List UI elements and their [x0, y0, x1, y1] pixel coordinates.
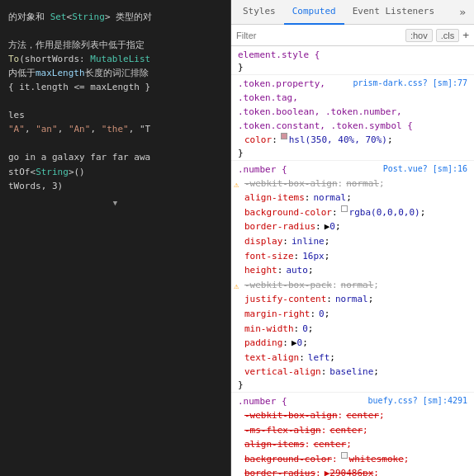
code-line: 的对象和 Set<String> 类型的对: [8, 10, 222, 24]
selector-text: .number {: [238, 164, 287, 175]
prop-label: -webkit-box-align: [244, 408, 338, 423]
filter-bar: :hov .cls +: [231, 25, 474, 46]
prop-value: 0: [319, 307, 325, 322]
prop-min-width-1: min-width : 0 ;: [231, 322, 474, 337]
close-brace: }: [231, 148, 474, 158]
devtools-tabs: Styles Computed Event Listeners »: [231, 0, 474, 25]
prop-value: rgba(0,0,0,0): [349, 205, 420, 220]
prop-value: center: [346, 408, 379, 423]
warn-icon: ⚠: [234, 280, 239, 293]
prop-value: normal: [341, 278, 374, 293]
prop-label: height: [244, 263, 277, 278]
prop-label: font-size: [244, 249, 294, 264]
prop-justify-content-1: justify-content : normal ;: [231, 292, 474, 307]
color-swatch[interactable]: [341, 452, 348, 459]
prop-height-1: height : auto ;: [231, 263, 474, 278]
prism-selector: .token.property, prism-dark.css? [sm]:77: [231, 77, 474, 91]
prop-value: normal: [313, 191, 346, 205]
close-brace: }: [231, 379, 474, 390]
prop-display-1: display : inline ;: [231, 234, 474, 249]
prism-selector2: .token.tag,: [231, 91, 474, 105]
prop-align-items-2: align-items : center ;: [231, 437, 474, 452]
number-block-1: .number { Post.vue? [sm]:16 ⚠ -webkit-bo…: [231, 161, 474, 393]
color-swatch[interactable]: [341, 205, 348, 212]
code-line: tWords, 3): [8, 179, 222, 193]
number-selector-1: .number { Post.vue? [sm]:16: [231, 163, 474, 177]
prop-webkit-box-align-1: ⚠ -webkit-box-align : normal ;: [231, 177, 474, 191]
prism-block: .token.property, prism-dark.css? [sm]:77…: [231, 75, 474, 161]
code-line: les: [8, 108, 222, 122]
open-brace: {: [315, 49, 320, 60]
selector-text: .number {: [238, 396, 287, 407]
prop-label: vertical-align: [244, 365, 321, 379]
prop-label: -ms-flex-align: [244, 423, 321, 438]
cls-button[interactable]: .cls: [436, 29, 460, 42]
prop-value: left: [308, 351, 330, 365]
prop-padding-1: padding : ▶ 0 ;: [231, 336, 474, 351]
prop-border-radius-1: border-radius : ▶ 0 ;: [231, 219, 474, 234]
tab-expand-icon[interactable]: »: [454, 4, 471, 20]
prism-selector3: .token.boolean, .token.number,: [231, 105, 474, 119]
code-line: go in a galaxy far far awa: [8, 150, 222, 164]
number-source-link-2[interactable]: buefy.css? [sm]:4291: [368, 396, 467, 405]
number-source-link-1[interactable]: Post.vue? [sm]:16: [383, 164, 467, 173]
expand-triangle[interactable]: ▶: [325, 466, 330, 476]
code-line: 方法，作用是排除列表中低于指定: [8, 38, 222, 52]
prop-background-color-1: background-color : rgba(0,0,0,0) ;: [231, 205, 474, 220]
prism-selector4: .token.constant, .token.symbol {: [231, 119, 474, 133]
prop-vertical-align-1: vertical-align : baseline ;: [231, 365, 474, 379]
code-line: { it.length <= maxLength }: [8, 80, 222, 94]
prop-value: whitesmoke: [349, 452, 404, 467]
prop-label: min-width: [244, 322, 294, 337]
prop-margin-right-1: margin-right : 0 ;: [231, 307, 474, 322]
prop-value: 0: [297, 336, 303, 351]
number-selector-2: .number { buefy.css? [sm]:4291: [231, 394, 474, 408]
prop-label: align-items: [244, 191, 305, 205]
prism-selector-text: .token.property,: [238, 78, 325, 89]
prop-value: 0: [302, 322, 308, 337]
element-style-block: element.style { }: [231, 46, 474, 75]
code-line: stOf<String>(): [8, 165, 222, 179]
styles-content[interactable]: element.style { } .token.property, prism…: [231, 46, 474, 476]
prop-label: background-color: [244, 452, 332, 467]
prop-value: inline: [292, 234, 325, 249]
prop-value: normal: [335, 292, 368, 307]
scroll-indicator: ▼: [7, 196, 224, 211]
code-line: 内低于maxLength长度的词汇排除: [8, 66, 222, 80]
number-block-2: .number { buefy.css? [sm]:4291 -webkit-b…: [231, 393, 474, 476]
prop-background-color-2: background-color : whitesmoke ;: [231, 452, 474, 467]
expand-triangle[interactable]: ▶: [292, 336, 297, 351]
prop-label: justify-content: [244, 292, 326, 307]
expand-triangle[interactable]: ▶: [325, 219, 330, 234]
selector-text: element.style: [238, 49, 309, 60]
prop-webkit-box-align-2: -webkit-box-align : center ;: [231, 408, 474, 423]
prop-ms-flex-align-2: -ms-flex-align : center ;: [231, 423, 474, 438]
prop-value: center: [329, 423, 363, 438]
hov-button[interactable]: :hov: [405, 29, 433, 42]
prop-value: baseline: [329, 365, 373, 379]
color-swatch[interactable]: [281, 133, 287, 139]
prop-value: hsl(350, 40%, 70%): [289, 133, 387, 148]
prop-value: 16px: [302, 249, 325, 264]
prop-border-radius-2: border-radius : ▶ 290486px ;: [231, 466, 474, 476]
tab-computed[interactable]: Computed: [284, 0, 344, 25]
prop-value: 0: [329, 219, 335, 234]
prop-label: border-radius: [244, 219, 315, 234]
prism-color-prop: color : hsl(350, 40%, 70%) ;: [231, 133, 474, 148]
element-style-selector: element.style {: [231, 48, 474, 62]
tab-event-listeners[interactable]: Event Listeners: [344, 0, 443, 25]
prop-webkit-box-pack-1: ⚠ -webkit-box-pack : normal ;: [231, 278, 474, 293]
filter-input[interactable]: [236, 31, 402, 40]
code-line: To(shortWords: MutableList: [8, 52, 222, 66]
prop-label: background-color: [244, 205, 332, 220]
tab-styles[interactable]: Styles: [235, 0, 284, 25]
warn-icon: ⚠: [234, 178, 239, 191]
prop-value: auto: [286, 263, 308, 278]
prism-source-link[interactable]: prism-dark.css? [sm]:77: [353, 78, 467, 87]
add-style-button[interactable]: +: [462, 29, 469, 41]
prop-label: -webkit-box-align: [244, 177, 338, 191]
prop-label: -webkit-box-pack: [244, 278, 332, 293]
devtools-styles-panel: Styles Computed Event Listeners » :hov .…: [231, 0, 474, 476]
prop-value: normal: [346, 177, 379, 191]
code-line: [8, 94, 222, 108]
